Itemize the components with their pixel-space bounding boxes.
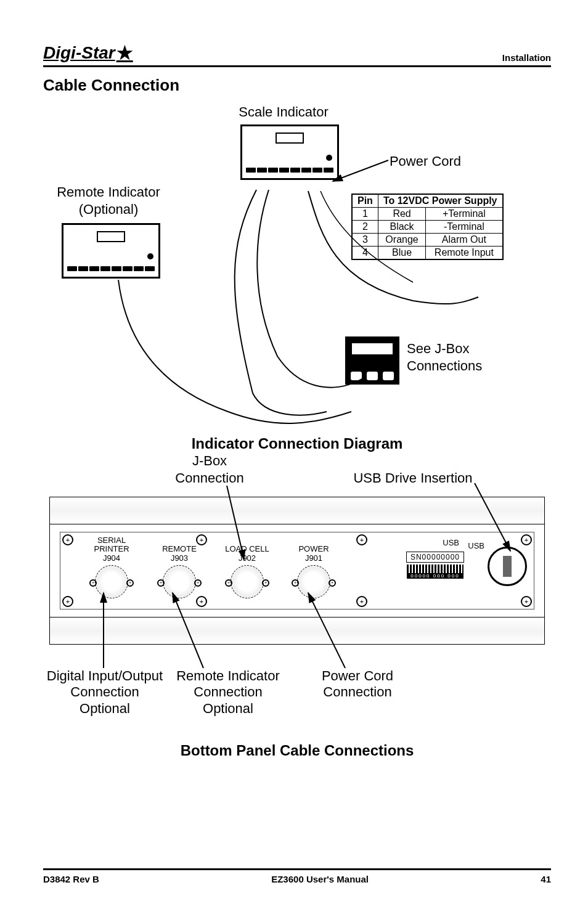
power-supply-header: To 12VDC Power Supply [378,194,502,208]
table-row: 1Red+Terminal [352,208,503,221]
section-label: Installation [502,52,551,63]
usb-drive-label: USB Drive Insertion [333,470,493,487]
digital-io-callout: Digital Input/Output Connection Optional [31,668,179,717]
serial-number: SN00000000 [406,552,464,563]
usb-slot [488,547,527,586]
bottom-panel: SERIALPRINTERJ904 REMOTEJ903 LOAD CELLJ9… [49,497,545,645]
page-title: Cable Connection [43,76,551,95]
remote-port: REMOTEJ903 [153,536,206,598]
pin-header: Pin [352,194,378,208]
jbox-device [345,336,399,385]
indicator-connection-diagram: Scale Indicator Power Cord Remote Indica… [43,97,551,430]
power-cord-label: Power Cord [376,153,475,170]
jbox-label: See J-Box Connections [407,340,505,374]
table-row: 3OrangeAlarm Out [352,234,503,247]
barcode-icon [407,565,463,573]
usb-slot-icon [503,556,512,577]
brand-logo: Digi-Star★ [43,43,133,63]
star-icon: ★ [116,44,133,62]
remote-conn-callout: Remote Indicator Connection Optional [160,668,296,717]
bottom-panel-diagram: J-Box Connection USB Drive Insertion SER… [43,452,551,742]
remote-indicator-label: Remote Indicator (Optional) [41,184,176,218]
table-row: 2Black-Terminal [352,221,503,234]
usb-text: USB [443,538,459,547]
scale-indicator-label: Scale Indicator [216,104,351,121]
power-port: POWERJ901 [287,536,340,598]
scale-indicator-device [240,124,339,180]
serial-printer-port: SERIALPRINTERJ904 [85,536,138,598]
brand-text: Digi-Star [43,43,115,63]
serial-number-block: SN00000000 00000 000 000 [406,552,464,579]
diagram1-title: Indicator Connection Diagram [43,435,551,452]
table-row: 4BlueRemote Input [352,247,503,260]
page-footer: D3842 Rev B EZ3600 User's Manual 41 [43,868,551,884]
jbox-connection-label: J-Box Connection [154,452,265,486]
footer-right: 41 [541,874,551,884]
footer-left: D3842 Rev B [43,874,99,884]
diagram2-title: Bottom Panel Cable Connections [43,742,551,759]
power-conn-callout: Power Cord Connection [302,668,413,701]
remote-indicator-device [62,223,160,279]
load-cell-port: LOAD CELLJ902 [221,536,274,598]
footer-center: EZ3600 User's Manual [271,874,369,884]
pin-table: Pin To 12VDC Power Supply 1Red+Terminal … [351,194,504,260]
